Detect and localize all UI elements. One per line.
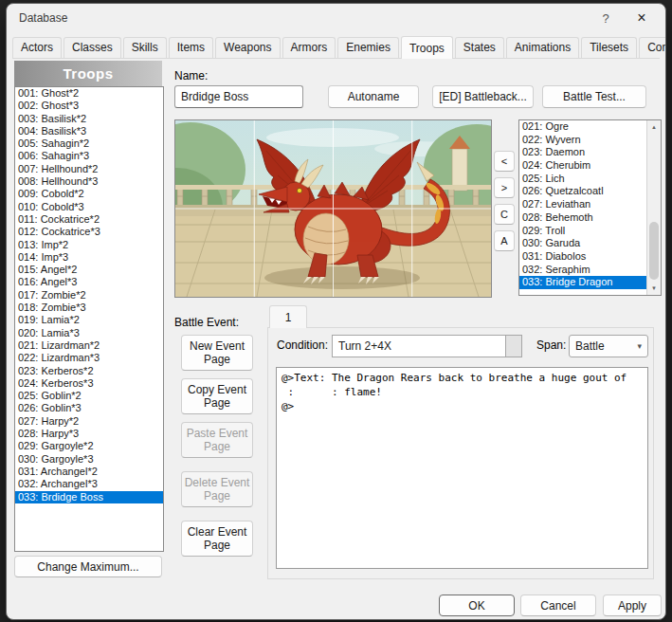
titlebar[interactable]: Database ? × [7,4,665,32]
troop-list-item[interactable]: 005: Sahagin*2 [15,137,163,150]
tab-states[interactable]: States [455,37,504,58]
troop-list-item[interactable]: 023: Kerberos*2 [15,365,163,377]
enemy-list-item[interactable]: 024: Cherubim [519,159,646,173]
enemy-list-scrollbar[interactable]: ▲ ▼ [646,120,661,295]
enemy-list-item[interactable]: 027: Leviathan [519,198,646,211]
condition-field[interactable]: Turn 2+4X [332,335,506,357]
cancel-button[interactable]: Cancel [520,595,596,616]
remove-enemy-button[interactable]: > [494,177,515,198]
tab-items[interactable]: Items [169,37,213,58]
troop-list-item[interactable]: 017: Zombie*2 [15,289,163,302]
troop-list-item[interactable]: 011: Cockatrice*2 [15,213,163,226]
troop-list-item[interactable]: 028: Harpy*3 [15,428,163,440]
event-text-area[interactable]: @>Text: The Dragon Rears back to breathe… [276,367,648,569]
troop-list-item[interactable]: 016: Angel*3 [15,276,163,288]
troop-list-item[interactable]: 032: Archangel*3 [15,478,163,490]
troop-list-item[interactable]: 021: Lizardman*2 [15,339,163,352]
troop-list-item[interactable]: 019: Lamia*2 [15,314,163,326]
troop-list-item[interactable]: 004: Basilisk*3 [15,125,163,137]
enemy-list-item[interactable]: 033: Bridge Dragon [519,276,646,289]
troop-list-item[interactable]: 027: Harpy*2 [15,415,163,428]
add-enemy-button[interactable]: < [494,151,515,172]
troop-list-item[interactable]: 024: Kerberos*3 [15,377,163,390]
enemy-list-item[interactable]: 028: Behemoth [519,211,646,225]
troop-list-item[interactable]: 030: Gargoyle*3 [15,453,163,466]
troop-list-item[interactable]: 006: Sahagin*3 [15,150,163,162]
scrollbar-thumb[interactable] [649,222,659,280]
clear-event-page-button[interactable]: Clear Event Page [181,521,253,557]
help-button[interactable]: ? [588,4,624,32]
troop-list-item[interactable]: 033: Brdidge Boss [15,491,163,503]
enemy-list-item[interactable]: 032: Seraphim [519,264,646,277]
enemy-list-item[interactable]: 026: Quetzalcoatl [519,185,646,198]
tab-skills[interactable]: Skills [123,37,167,58]
span-value: Battle [575,339,605,353]
tab-tilesets[interactable]: Tilesets [581,37,637,58]
troop-list-item[interactable]: 022: Lizardman*3 [15,352,163,364]
tab-troops[interactable]: Troops [401,36,453,59]
name-input[interactable]: Brdidge Boss [174,85,303,108]
tab-enemies[interactable]: Enemies [337,37,399,58]
align-enemies-button[interactable]: A [494,230,515,251]
enemy-list-item[interactable]: 021: Ogre [519,120,646,134]
troops-panel-header: Troops [14,61,162,86]
apply-button[interactable]: Apply [603,595,662,616]
event-page-tab-1[interactable]: 1 [269,305,307,328]
troop-list-item[interactable]: 014: Imp*3 [15,251,163,264]
event-page-buttons: New Event PageCopy Event PagePaste Event… [181,335,253,564]
troop-list-item[interactable]: 015: Angel*2 [15,264,163,276]
troop-list-item[interactable]: 013: Imp*2 [15,239,163,251]
enemy-list-item[interactable]: 029: Troll [519,225,646,238]
copy-event-page-button[interactable]: Copy Event Page [181,378,253,414]
tab-bar: ActorsClassesSkillsItemsWeaponsArmorsEne… [12,33,660,59]
close-button[interactable]: × [624,4,660,32]
troop-list-item[interactable]: 009: Cobold*2 [15,188,163,200]
troop-list[interactable]: 001: Ghost*2002: Ghost*3003: Basilisk*20… [14,86,164,552]
troop-list-item[interactable]: 029: Gargoyle*2 [15,440,163,452]
tab-animations[interactable]: Animations [506,37,579,58]
autoname-button[interactable]: Autoname [328,85,419,108]
battle-preview-image[interactable] [174,119,492,298]
change-maximum-button[interactable]: Change Maximum... [14,556,162,577]
paste-event-page-button: Paste Event Page [181,422,253,458]
tab-actors[interactable]: Actors [12,37,62,58]
close-icon: × [637,9,645,27]
troop-list-item[interactable]: 012: Cockatrice*3 [15,226,163,238]
tab-weapons[interactable]: Weapons [215,37,280,58]
enemy-list-item[interactable]: 031: Diabolos [519,250,646,264]
enemy-list-item[interactable]: 022: Wyvern [519,134,646,147]
scrollbar-up-icon[interactable]: ▲ [647,120,661,134]
enemy-list-item[interactable]: 025: Lich [519,173,646,186]
ok-button[interactable]: OK [439,595,515,616]
span-label: Span: [536,338,566,352]
tab-armors[interactable]: Armors [282,37,336,58]
clear-enemies-button[interactable]: C [494,204,515,225]
troop-list-item[interactable]: 008: Hellhound*3 [15,175,163,188]
troop-list-item[interactable]: 018: Zombie*3 [15,302,163,314]
battle-scene-graphic [175,120,491,297]
scrollbar-down-icon[interactable]: ▼ [647,282,661,295]
troop-list-item[interactable]: 031: Archangel*2 [15,466,163,478]
troop-list-item[interactable]: 002: Ghost*3 [15,100,163,112]
condition-browse-button[interactable] [506,335,522,357]
troop-list-item[interactable]: 010: Cobold*3 [15,201,163,213]
new-event-page-button[interactable]: New Event Page [181,335,253,371]
chevron-down-icon: ▾ [637,341,642,351]
tab-common-events[interactable]: Common Events [639,37,666,58]
troop-list-item[interactable]: 007: Hellhound*2 [15,163,163,175]
troop-list-item[interactable]: 001: Ghost*2 [15,87,163,100]
enemy-list[interactable]: 021: Ogre022: Wyvern023: Daemon024: Cher… [518,119,662,296]
tab-classes[interactable]: Classes [64,37,121,58]
delete-event-page-button: Delete Event Page [181,471,253,507]
database-window: Database ? × ActorsClassesSkillsItemsWea… [6,3,666,620]
troop-list-item[interactable]: 003: Basilisk*2 [15,113,163,125]
enemy-list-item[interactable]: 030: Garuda [519,237,646,250]
span-dropdown[interactable]: Battle ▾ [569,335,648,357]
battle-test-button[interactable]: Battle Test... [542,85,646,108]
battleback-button[interactable]: [ED] Battleback... [432,85,534,108]
enemy-list-item[interactable]: 023: Daemon [519,146,646,159]
troop-list-item[interactable]: 025: Goblin*2 [15,390,163,402]
troop-list-item[interactable]: 026: Goblin*3 [15,402,163,414]
troop-list-item[interactable]: 020: Lamia*3 [15,327,163,339]
battle-event-label: Battle Event: [174,316,239,329]
